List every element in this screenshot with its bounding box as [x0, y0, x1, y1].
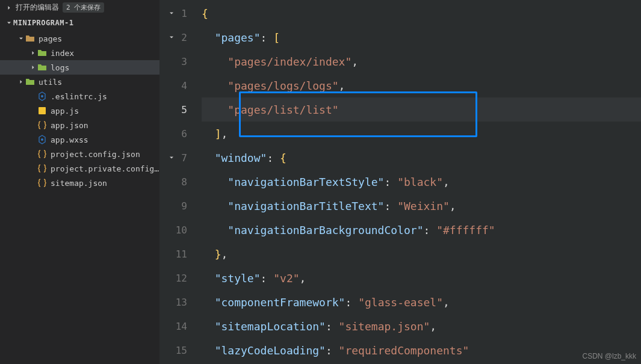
code-area[interactable]: { "pages": [ "pages/index/index", "pages… — [202, 0, 641, 364]
json-icon — [37, 120, 47, 130]
code-line[interactable]: ], — [202, 122, 641, 146]
open-editors-header[interactable]: 打开的编辑器 2 个未保存 — [0, 0, 159, 15]
js-icon — [37, 106, 47, 116]
fold-column — [159, 0, 178, 364]
tree-item-label: sitemap.json — [51, 179, 159, 188]
code-line[interactable]: "componentFramework": "glass-easel", — [202, 290, 641, 314]
tree-item[interactable]: project.config.json — [0, 147, 159, 161]
watermark: CSDN @lzb_kkk — [582, 352, 636, 360]
tree-item-label: project.private.config.js... — [51, 164, 159, 173]
code-line[interactable]: "pages": [ — [202, 25, 641, 49]
code-line[interactable]: "navigationBarTitleText": "Weixin", — [202, 194, 641, 218]
tree-item[interactable]: app.js — [0, 103, 159, 118]
tree-item-label: index — [51, 49, 159, 58]
fold-chevron-icon[interactable] — [167, 32, 176, 42]
open-editors-label: 打开的编辑器 — [16, 2, 59, 13]
sidebar: 打开的编辑器 2 个未保存 MINIPROGRAM-1 pagesindexlo… — [0, 0, 159, 364]
tree-item[interactable]: .eslintrc.js — [0, 89, 159, 103]
tree-item-label: pages — [39, 34, 159, 43]
code-line[interactable]: "window": { — [202, 146, 641, 170]
chevron-down-icon — [5, 19, 13, 26]
tree-item[interactable]: utils — [0, 75, 159, 89]
folder-g-icon — [37, 48, 47, 58]
tree-item-label: .eslintrc.js — [51, 92, 159, 101]
twisty-icon — [17, 78, 25, 85]
folder-g-icon — [25, 77, 35, 87]
fold-chevron-icon[interactable] — [167, 153, 176, 162]
tree-item[interactable]: app.wxss — [0, 132, 159, 147]
code-line[interactable]: }, — [202, 242, 641, 266]
tree-item[interactable]: pages — [0, 31, 159, 46]
wxss-icon — [37, 91, 47, 101]
tree-item-label: app.js — [51, 106, 159, 116]
wxss-icon — [37, 135, 47, 144]
app-root: 打开的编辑器 2 个未保存 MINIPROGRAM-1 pagesindexlo… — [0, 0, 641, 364]
code-line[interactable]: "pages/logs/logs", — [202, 73, 641, 97]
folder-o-icon — [25, 34, 35, 43]
editor: 123456789101112131415 { "pages": [ "page… — [159, 0, 641, 364]
folder-g-icon — [37, 63, 47, 72]
tree-item[interactable]: project.private.config.js... — [0, 161, 159, 176]
tree-item-label: app.json — [51, 121, 159, 130]
file-tree: pagesindexlogsutils.eslintrc.jsapp.jsapp… — [0, 30, 159, 190]
json-icon — [37, 164, 47, 173]
project-name: MINIPROGRAM-1 — [13, 19, 73, 27]
unsaved-badge: 2 个未保存 — [63, 2, 104, 13]
json-icon — [37, 149, 47, 159]
twisty-icon — [29, 64, 37, 71]
tree-item-label: app.wxss — [51, 135, 159, 144]
code-line[interactable]: "style": "v2", — [202, 266, 641, 290]
chevron-right-icon — [5, 4, 13, 11]
code-line[interactable]: "pages/index/index", — [202, 49, 641, 73]
code-line[interactable]: "lazyCodeLoading": "requiredComponents" — [202, 338, 641, 362]
tree-item[interactable]: sitemap.json — [0, 176, 159, 190]
project-header[interactable]: MINIPROGRAM-1 — [0, 15, 159, 30]
code-line[interactable]: "navigationBarTextStyle": "black", — [202, 170, 641, 194]
code-line[interactable]: "pages/list/list" — [202, 97, 641, 122]
tree-item[interactable]: logs — [0, 60, 159, 75]
code-line[interactable]: { — [202, 1, 641, 25]
tree-item[interactable]: index — [0, 46, 159, 60]
code-line[interactable]: "sitemapLocation": "sitemap.json", — [202, 314, 641, 338]
twisty-icon — [29, 49, 37, 57]
code-line[interactable]: "navigationBarBackgroundColor": "#ffffff… — [202, 218, 641, 242]
tree-item-label: logs — [51, 63, 159, 72]
json-icon — [37, 178, 47, 188]
tree-item-label: utils — [39, 78, 159, 87]
fold-chevron-icon[interactable] — [167, 8, 176, 18]
tree-item[interactable]: app.json — [0, 118, 159, 132]
twisty-icon — [17, 35, 25, 42]
tree-item-label: project.config.json — [51, 150, 159, 159]
